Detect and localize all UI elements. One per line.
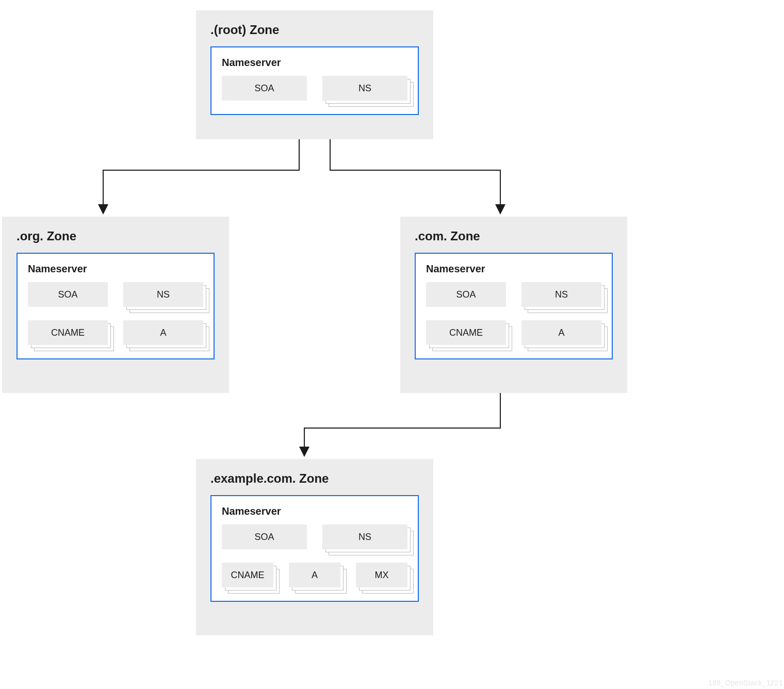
- zone-org: .org. Zone Nameserver SOA NS CNAME A: [2, 217, 229, 393]
- record-row: CNAME A MX: [222, 563, 407, 587]
- record-ns: NS: [123, 282, 203, 307]
- record-label: CNAME: [426, 320, 506, 345]
- nameserver-box: Nameserver SOA NS CNAME A: [415, 253, 613, 359]
- record-label: SOA: [28, 282, 108, 307]
- record-soa: SOA: [222, 524, 307, 549]
- record-label: A: [521, 320, 601, 345]
- record-label: A: [289, 563, 340, 587]
- zone-title: .com. Zone: [415, 229, 613, 243]
- record-cname: CNAME: [426, 320, 506, 345]
- diagram-canvas: .(root) Zone Nameserver SOA NS .org. Zon…: [0, 0, 784, 689]
- record-row: CNAME A: [426, 320, 601, 345]
- record-label: SOA: [426, 282, 506, 307]
- nameserver-label: Nameserver: [222, 505, 407, 517]
- nameserver-box: Nameserver SOA NS CNAME A MX: [210, 495, 419, 602]
- nameserver-box: Nameserver SOA NS CNAME A: [17, 253, 215, 359]
- record-label: NS: [123, 282, 203, 307]
- record-label: NS: [521, 282, 601, 307]
- zone-title: .(root) Zone: [210, 23, 419, 37]
- record-label: SOA: [222, 76, 307, 101]
- zone-title: .example.com. Zone: [210, 471, 419, 486]
- record-soa: SOA: [28, 282, 108, 307]
- record-ns: NS: [322, 76, 407, 101]
- zone-com: .com. Zone Nameserver SOA NS CNAME A: [400, 217, 627, 393]
- record-ns: NS: [322, 524, 407, 549]
- record-label: CNAME: [222, 563, 273, 587]
- watermark-text: 188_OpenStack_1221: [708, 679, 783, 687]
- record-soa: SOA: [426, 282, 506, 307]
- record-mx: MX: [356, 563, 407, 587]
- record-soa: SOA: [222, 76, 307, 101]
- record-a: A: [521, 320, 601, 345]
- record-label: NS: [322, 76, 407, 101]
- record-row: SOA NS: [222, 524, 407, 549]
- record-row: SOA NS: [222, 76, 407, 101]
- nameserver-label: Nameserver: [28, 263, 203, 275]
- zone-example-com: .example.com. Zone Nameserver SOA NS CNA…: [196, 459, 433, 635]
- record-label: A: [123, 320, 203, 345]
- record-label: NS: [322, 524, 407, 549]
- record-row: SOA NS: [426, 282, 601, 307]
- nameserver-label: Nameserver: [426, 263, 601, 275]
- nameserver-label: Nameserver: [222, 57, 407, 69]
- record-ns: NS: [521, 282, 601, 307]
- record-cname: CNAME: [222, 563, 273, 587]
- record-a: A: [123, 320, 203, 345]
- record-label: SOA: [222, 524, 307, 549]
- record-cname: CNAME: [28, 320, 108, 345]
- nameserver-box: Nameserver SOA NS: [210, 46, 419, 115]
- record-row: CNAME A: [28, 320, 203, 345]
- record-label: CNAME: [28, 320, 108, 345]
- record-row: SOA NS: [28, 282, 203, 307]
- zone-title: .org. Zone: [17, 229, 215, 243]
- record-a: A: [289, 563, 340, 587]
- zone-root: .(root) Zone Nameserver SOA NS: [196, 10, 433, 139]
- record-label: MX: [356, 563, 407, 587]
